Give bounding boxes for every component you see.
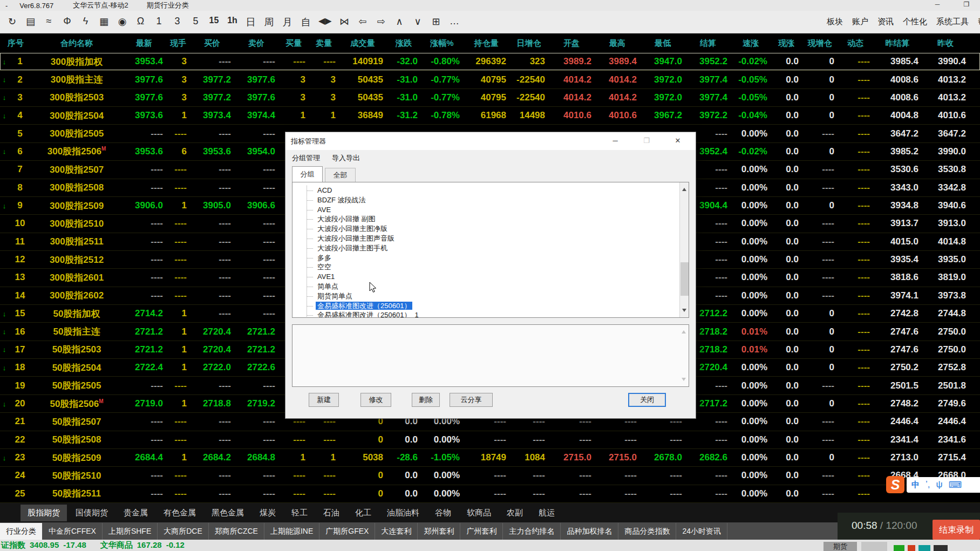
new-button[interactable]: 新建 — [309, 393, 339, 407]
indicator-list-item[interactable]: 简单点 — [307, 282, 689, 291]
column-header[interactable]: 日增仓 — [509, 38, 548, 49]
indicator-list-item[interactable]: 大波段小回撤 副图 — [307, 214, 689, 224]
back-icon[interactable]: ⇦ — [357, 16, 369, 29]
period-day[interactable]: 日 — [245, 16, 256, 29]
indicator-list-item[interactable]: 金易盛标准图改进（250601） — [307, 301, 689, 311]
trend-line-icon[interactable]: ≈ — [43, 16, 55, 29]
column-header[interactable]: 最新 — [122, 38, 166, 49]
indicator-list-item[interactable]: ACD — [307, 186, 689, 195]
switch-contract-icon[interactable]: ◀▶ — [318, 16, 332, 29]
quote-board-icon[interactable]: ▤ — [25, 16, 36, 29]
indicator-list-item[interactable]: BDZF 波段战法 — [307, 195, 689, 205]
category-tab-12[interactable]: 农副 — [500, 505, 530, 521]
toolbar-menu-0[interactable]: 板块 — [827, 17, 843, 27]
dialog-close-icon[interactable]: ✕ — [671, 137, 685, 145]
exchange-tab-7[interactable]: 大连套利 — [375, 523, 418, 540]
column-header[interactable]: 速涨 — [731, 38, 771, 49]
table-row[interactable]: 2250股指2508------------------------00.00.… — [0, 431, 980, 449]
exchange-tab-0[interactable]: 行业分类 — [0, 523, 42, 540]
modify-button[interactable]: 修改 — [360, 393, 391, 407]
column-header[interactable]: 昨收 — [922, 38, 969, 49]
keyboard-icon[interactable]: ⌨ — [949, 479, 962, 491]
zoom-settings-icon[interactable]: ⊞ — [431, 16, 442, 29]
category-tab-4[interactable]: 黑色金属 — [205, 505, 251, 521]
indicator-list-item[interactable]: AVE — [307, 205, 689, 215]
column-header[interactable]: 结算 — [685, 38, 731, 49]
indicator-list-item[interactable]: 多多 — [307, 253, 689, 263]
dialog-tab-0[interactable]: 分组 — [292, 166, 323, 182]
period-custom[interactable]: 自 — [300, 16, 311, 29]
scrollbar-thumb[interactable] — [680, 262, 689, 296]
table-row[interactable]: ↓3300股指25033977.633977.23977.63350435-31… — [0, 89, 980, 107]
exchange-tab-12[interactable]: 商品分类指数 — [618, 523, 676, 540]
toolbar-menu-3[interactable]: 个性化 — [903, 17, 927, 27]
dialog-title-bar[interactable]: 指标管理器 ─ ❐ ✕ — [285, 132, 696, 150]
punctuation-icon[interactable]: ’, — [925, 479, 930, 490]
table-row[interactable]: ↓4300股指25043973.613973.43974.41136849-31… — [0, 107, 980, 125]
column-header[interactable]: 买量 — [278, 38, 309, 49]
period-5min[interactable]: 5 — [190, 16, 201, 29]
table-row[interactable]: 2550股指2511------------------------00.00.… — [0, 485, 980, 503]
indicator-list-item[interactable]: AVE1 — [307, 272, 689, 282]
toolbar-menu-1[interactable]: 账户 — [852, 17, 868, 27]
exchange-tab-9[interactable]: 广州套利 — [460, 523, 503, 540]
indicator-list-item[interactable]: 大波段小回撤主图净版 — [307, 224, 689, 234]
table-row[interactable]: ↓2350股指25092684.412684.22684.8115038-28.… — [0, 449, 980, 467]
category-tab-6[interactable]: 轻工 — [284, 505, 315, 521]
refresh-icon[interactable]: ↻ — [6, 16, 18, 29]
compare-icon[interactable]: ⋈ — [339, 16, 350, 29]
category-tab-11[interactable]: 软商品 — [460, 505, 498, 521]
delete-button[interactable]: 删除 — [412, 393, 440, 407]
category-tab-1[interactable]: 国债期货 — [69, 505, 115, 521]
tick-chart-icon[interactable]: ϟ — [80, 16, 91, 29]
table-row[interactable]: ↓1300股指加权3953.43----------------140919-3… — [0, 53, 980, 71]
column-header[interactable]: 持仓量 — [463, 38, 509, 49]
period-week[interactable]: 周 — [263, 16, 275, 29]
column-header[interactable]: 合约名称 — [31, 38, 122, 49]
dialog-minimize-icon[interactable]: ─ — [608, 137, 622, 145]
category-tab-8[interactable]: 化工 — [348, 505, 378, 521]
scrollbar[interactable] — [679, 182, 689, 317]
more-icon[interactable]: … — [449, 16, 460, 29]
exchange-tab-1[interactable]: 中金所CFFEX — [43, 523, 103, 540]
close-button[interactable]: 关闭 — [628, 393, 666, 407]
category-tab-5[interactable]: 煤炭 — [253, 505, 283, 521]
indicator-list-item[interactable]: 期货简单点 — [307, 291, 689, 301]
exchange-tab-8[interactable]: 郑州套利 — [418, 523, 460, 540]
column-header[interactable]: 现手 — [166, 38, 190, 49]
forward-icon[interactable]: ⇨ — [376, 16, 387, 29]
category-tab-13[interactable]: 航运 — [532, 505, 562, 521]
toolbar-menu-2[interactable]: 资讯 — [877, 17, 894, 27]
futures-chip[interactable]: 期货 — [824, 542, 857, 551]
cloud-share-button[interactable]: 云分享 — [450, 393, 493, 407]
category-tab-9[interactable]: 油脂油料 — [380, 505, 426, 521]
column-header[interactable]: 卖价 — [234, 38, 278, 49]
column-header[interactable]: 最高 — [595, 38, 640, 49]
column-header[interactable]: 涨幅% — [421, 38, 463, 49]
column-header[interactable]: 买价 — [190, 38, 234, 49]
exchange-tab-13[interactable]: 24小时资讯 — [676, 523, 727, 540]
microphone-icon[interactable]: ψ — [936, 479, 943, 490]
period-15min[interactable]: 15 — [208, 16, 220, 29]
period-3min[interactable]: 3 — [172, 16, 183, 29]
exchange-tab-3[interactable]: 大商所DCE — [158, 523, 209, 540]
category-tab-0[interactable]: 股指期货 — [21, 505, 67, 521]
column-header[interactable]: 动态 — [838, 38, 873, 49]
scroll-up-icon[interactable] — [682, 186, 686, 191]
dialog-maximize-icon[interactable]: ❐ — [639, 137, 654, 145]
indicator-list-item[interactable]: 大波段小回撤主图手机 — [307, 243, 689, 253]
multi-chart-icon[interactable]: ▦ — [98, 16, 110, 29]
column-header[interactable]: 卖量 — [309, 38, 339, 49]
period-month[interactable]: 月 — [282, 16, 293, 29]
scroll-down-icon[interactable] — [682, 309, 686, 314]
table-row[interactable]: 2450股指2510------------------------00.00.… — [0, 467, 980, 485]
category-tab-3[interactable]: 有色金属 — [156, 505, 203, 521]
exchange-tab-2[interactable]: 上期所SHFE — [103, 523, 158, 540]
indicator-list-item[interactable]: 大波段小回撤主图声音版 — [307, 234, 689, 243]
stop-recording-button[interactable]: 结束录制 — [933, 520, 980, 540]
column-header[interactable]: 涨跌 — [386, 38, 421, 49]
column-header[interactable]: 现增仓 — [802, 38, 838, 49]
toolbar-menu-5[interactable]: 帮助 — [978, 17, 980, 27]
minimize-icon[interactable]: ─ — [929, 1, 945, 8]
page-down-icon[interactable]: ∨ — [412, 16, 424, 29]
